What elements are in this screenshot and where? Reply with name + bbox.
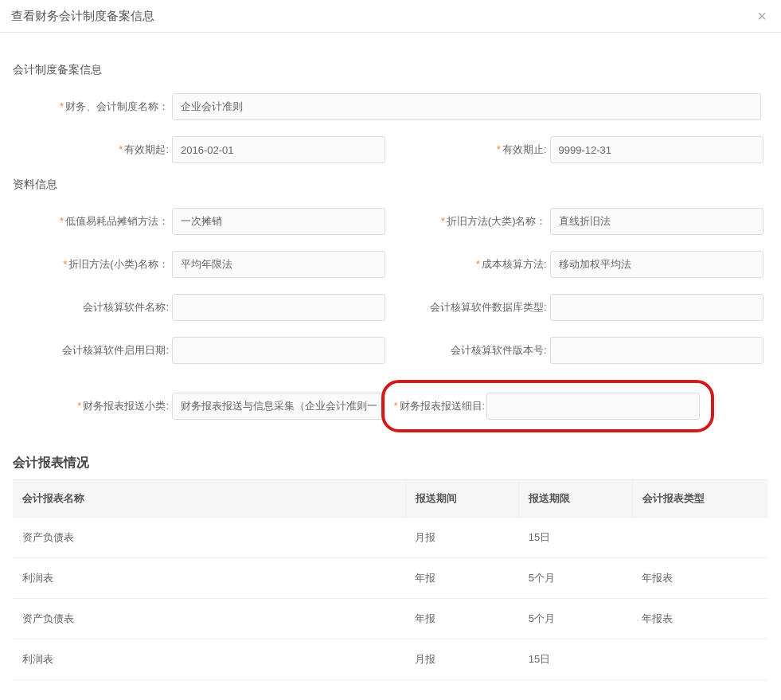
field-version: 会计核算软件版本号: xyxy=(391,337,769,364)
cell-deadline: 5个月 xyxy=(519,599,632,639)
field-enable-date: 会计核算软件启用日期: xyxy=(13,337,391,364)
cell-period: 月报 xyxy=(405,639,518,680)
field-depr-minor: *折旧方法(小类)名称： xyxy=(13,251,391,278)
label-depr-major: *折旧方法(大类)名称： xyxy=(391,214,550,229)
input-software-name[interactable] xyxy=(172,294,385,321)
label-low-value-method: *低值易耗品摊销方法： xyxy=(13,214,172,229)
th-deadline: 报送期限 xyxy=(519,480,632,518)
label-db-type: 会计核算软件数据库类型: xyxy=(391,300,550,315)
label-system-name: *财务、会计制度名称： xyxy=(13,100,172,114)
field-valid-to: *有效期止: xyxy=(391,136,769,163)
form-row: *财务报表报送小类: *财务报表报送细目: xyxy=(13,380,768,432)
input-db-type[interactable] xyxy=(550,294,763,321)
cell-period: 年报 xyxy=(405,599,518,639)
field-software-name: 会计核算软件名称: xyxy=(13,294,391,321)
field-report-detail-wrap: *财务报表报送细目: xyxy=(391,380,769,432)
cell-deadline: 15日 xyxy=(519,639,632,680)
th-period: 报送期间 xyxy=(405,480,518,518)
section-title-table: 会计报表情况 xyxy=(13,455,768,471)
label-valid-from: *有效期起: xyxy=(13,143,172,157)
input-enable-date[interactable] xyxy=(172,337,385,364)
cell-type xyxy=(632,518,768,558)
form-row: *低值易耗品摊销方法： *折旧方法(大类)名称： xyxy=(13,208,768,235)
input-report-detail[interactable] xyxy=(486,393,700,420)
field-db-type: 会计核算软件数据库类型: xyxy=(391,294,769,321)
input-system-name[interactable] xyxy=(172,93,761,120)
report-table: 会计报表名称 报送期间 报送期限 会计报表类型 资产负债表 月报 15日 利润表… xyxy=(13,479,768,680)
cell-type: 年报表 xyxy=(632,599,768,639)
modal-header: 查看财务会计制度备案信息 × xyxy=(0,0,781,33)
form-row: *财务、会计制度名称： xyxy=(13,93,768,120)
label-report-subcat: *财务报表报送小类: xyxy=(13,399,172,413)
input-depr-major[interactable] xyxy=(550,208,763,235)
highlight-annotation: *财务报表报送细目: xyxy=(381,380,715,432)
cell-type: 年报表 xyxy=(632,558,768,599)
cell-name: 资产负债表 xyxy=(13,599,405,639)
input-depr-minor[interactable] xyxy=(172,251,385,278)
input-low-value-method[interactable] xyxy=(172,208,385,235)
cell-deadline: 5个月 xyxy=(519,558,632,599)
label-cost-method: *成本核算方法: xyxy=(391,257,550,272)
input-report-subcat[interactable] xyxy=(172,393,385,420)
field-valid-from: *有效期起: xyxy=(13,136,391,163)
cell-period: 年报 xyxy=(405,558,518,599)
label-valid-to: *有效期止: xyxy=(391,143,550,157)
input-cost-method[interactable] xyxy=(550,251,763,278)
form-row: *折旧方法(小类)名称： *成本核算方法: xyxy=(13,251,768,278)
label-report-detail: *财务报表报送细目: xyxy=(389,399,487,413)
th-name: 会计报表名称 xyxy=(13,480,405,518)
table-row: 利润表 月报 15日 xyxy=(13,639,768,680)
close-icon[interactable]: × xyxy=(754,8,770,24)
field-system-name: *财务、会计制度名称： xyxy=(13,93,768,120)
section-title-filing: 会计制度备案信息 xyxy=(13,63,768,77)
label-enable-date: 会计核算软件启用日期: xyxy=(13,343,172,358)
th-type: 会计报表类型 xyxy=(632,480,768,518)
modal-body: 会计制度备案信息 *财务、会计制度名称： *有效期起: *有效期止: 资料信息 … xyxy=(0,33,781,688)
form-row: 会计核算软件名称: 会计核算软件数据库类型: xyxy=(13,294,768,321)
field-depr-major: *折旧方法(大类)名称： xyxy=(391,208,769,235)
label-version: 会计核算软件版本号: xyxy=(391,343,550,358)
table-row: 利润表 年报 5个月 年报表 xyxy=(13,558,768,599)
label-software-name: 会计核算软件名称: xyxy=(13,300,172,315)
modal-footer: 关闭 xyxy=(0,688,781,700)
cell-name: 资产负债表 xyxy=(13,518,405,558)
cell-deadline: 15日 xyxy=(519,518,632,558)
cell-name: 利润表 xyxy=(13,639,405,680)
table-row: 资产负债表 月报 15日 xyxy=(13,518,768,558)
field-low-value-method: *低值易耗品摊销方法： xyxy=(13,208,391,235)
section-title-info: 资料信息 xyxy=(13,178,768,192)
field-cost-method: *成本核算方法: xyxy=(391,251,769,278)
form-row: 会计核算软件启用日期: 会计核算软件版本号: xyxy=(13,337,768,364)
cell-period: 月报 xyxy=(405,518,518,558)
label-depr-minor: *折旧方法(小类)名称： xyxy=(13,257,172,272)
table-header-row: 会计报表名称 报送期间 报送期限 会计报表类型 xyxy=(13,480,768,518)
form-row: *有效期起: *有效期止: xyxy=(13,136,768,163)
cell-name: 利润表 xyxy=(13,558,405,599)
input-valid-to[interactable] xyxy=(550,136,763,163)
input-version[interactable] xyxy=(550,337,763,364)
modal-title: 查看财务会计制度备案信息 xyxy=(11,9,154,24)
input-valid-from[interactable] xyxy=(172,136,385,163)
table-row: 资产负债表 年报 5个月 年报表 xyxy=(13,599,768,639)
cell-type xyxy=(632,639,768,680)
field-report-subcat: *财务报表报送小类: xyxy=(13,393,391,420)
